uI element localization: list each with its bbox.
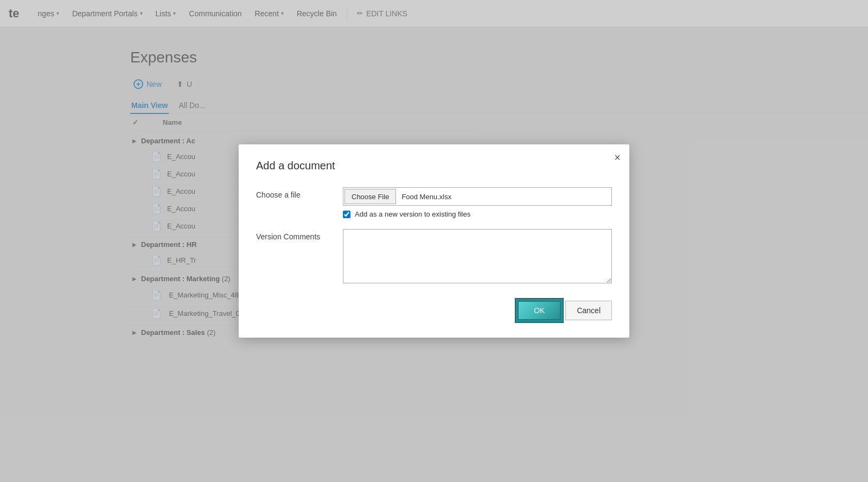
file-name-display: Food Menu.xlsx: [396, 193, 610, 201]
version-checkbox[interactable]: [343, 211, 350, 218]
cancel-button[interactable]: Cancel: [565, 301, 612, 320]
choose-file-row: Choose a file Choose File Food Menu.xlsx…: [256, 187, 612, 218]
file-input-row: Choose File Food Menu.xlsx: [343, 187, 612, 206]
file-input-control: Choose File Food Menu.xlsx Add as a new …: [343, 187, 612, 218]
version-checkbox-label: Add as a new version to existing files: [355, 210, 470, 218]
version-comments-textarea[interactable]: [343, 229, 612, 283]
version-comments-row: Version Comments: [256, 229, 612, 286]
modal-title: Add a document: [256, 160, 612, 172]
add-document-modal: Add a document × Choose a file Choose Fi…: [239, 144, 629, 338]
version-comments-label: Version Comments: [256, 229, 343, 241]
version-checkbox-row: Add as a new version to existing files: [343, 210, 612, 218]
choose-file-label: Choose a file: [256, 187, 343, 199]
modal-footer: OK Cancel: [256, 301, 612, 320]
version-comments-control: [343, 229, 612, 286]
modal-close-button[interactable]: ×: [614, 152, 621, 163]
choose-file-button[interactable]: Choose File: [344, 189, 396, 204]
ok-button[interactable]: OK: [518, 301, 561, 320]
